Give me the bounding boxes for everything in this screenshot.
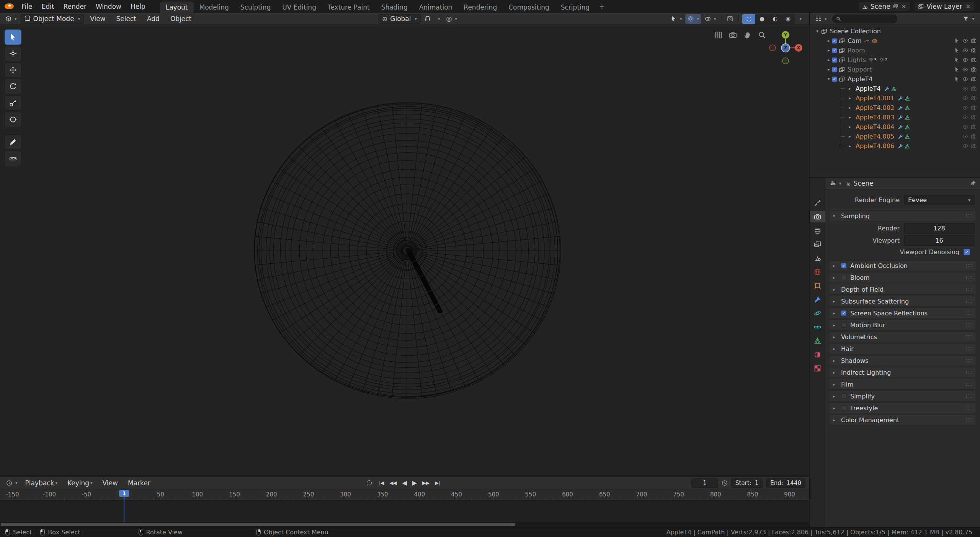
tool-rotate-button[interactable] xyxy=(5,79,21,94)
editor-type-dropdown[interactable] xyxy=(829,179,842,188)
drag-handle-icon[interactable] xyxy=(965,346,972,351)
timeline-scrollbar[interactable] xyxy=(0,522,809,527)
tool-measure-button[interactable] xyxy=(5,151,21,166)
section-checkbox[interactable] xyxy=(841,310,846,316)
current-frame-field[interactable]: 1 xyxy=(691,478,718,488)
tool-annotate-button[interactable] xyxy=(5,134,21,150)
shading-rendered-button[interactable]: ◉ xyxy=(781,14,794,24)
workspace-tab-scripting[interactable]: Scripting xyxy=(555,2,596,13)
overlays-toggle[interactable] xyxy=(702,14,719,24)
expand-icon[interactable]: ▸ xyxy=(847,86,853,91)
menu-add[interactable]: Add xyxy=(142,12,164,25)
expand-icon[interactable]: ▸ xyxy=(847,96,853,101)
expand-icon[interactable]: ▾ xyxy=(826,77,832,82)
expand-icon[interactable]: ▸ xyxy=(847,134,853,139)
drag-handle-icon[interactable] xyxy=(965,418,972,422)
outliner-row-applet4-004[interactable]: ▸AppleT4.004 xyxy=(810,122,980,132)
editor-type-dropdown[interactable] xyxy=(813,14,829,24)
expand-icon[interactable]: ▸ xyxy=(847,105,853,110)
new-scene-icon[interactable] xyxy=(893,4,898,9)
drag-handle-icon[interactable] xyxy=(965,263,972,268)
grid-ortho-icon[interactable] xyxy=(714,31,722,39)
unlink-scene-button[interactable]: × xyxy=(901,3,907,10)
expand-icon[interactable]: ▸ xyxy=(847,144,853,149)
end-frame-field[interactable]: End: 1440 xyxy=(766,478,805,488)
outliner-row-applet4-006[interactable]: ▸AppleT4.006 xyxy=(810,141,980,151)
next-keyframe-button[interactable]: ▶▶ xyxy=(420,479,431,486)
expand-icon[interactable]: ▾ xyxy=(814,29,820,34)
drag-handle-icon[interactable] xyxy=(965,370,972,375)
timeline-ruler[interactable]: -150-100-5050100150200250300350400450500… xyxy=(0,489,809,500)
menu-view[interactable]: View xyxy=(85,12,110,25)
zoom-icon[interactable] xyxy=(758,31,766,39)
tool-cursor-button[interactable] xyxy=(5,46,21,61)
remove-view-layer-button[interactable]: × xyxy=(965,3,971,10)
collection-checkbox[interactable] xyxy=(832,67,837,72)
tool-tweak-button[interactable] xyxy=(5,29,21,45)
menu-marker[interactable]: Marker xyxy=(123,477,155,490)
viewport-denoising-checkbox[interactable] xyxy=(964,249,970,255)
editor-type-dropdown[interactable] xyxy=(4,478,20,488)
properties-tab-scene[interactable] xyxy=(810,253,825,264)
panel-section-depth-of-field[interactable]: ▸Depth of Field xyxy=(829,284,976,295)
panel-section-volumetrics[interactable]: ▸Volumetrics xyxy=(829,331,976,342)
section-checkbox[interactable] xyxy=(841,322,846,328)
scene-selector[interactable]: Scene × xyxy=(858,2,910,11)
outliner-row-applet4-001[interactable]: ▸AppleT4.001 xyxy=(810,93,980,103)
panel-section-color-management[interactable]: ▸Color Management xyxy=(829,415,976,425)
drag-handle-icon[interactable] xyxy=(965,382,972,387)
drag-handle-icon[interactable] xyxy=(965,358,972,363)
add-workspace-button[interactable]: + xyxy=(595,3,608,10)
outliner-search[interactable] xyxy=(832,15,897,23)
section-checkbox[interactable] xyxy=(841,393,846,399)
expand-icon[interactable]: ▸ xyxy=(826,48,832,53)
play-button[interactable]: ▶ xyxy=(410,478,419,487)
render-engine-dropdown[interactable]: Eevee xyxy=(904,195,975,205)
outliner-row-applet4-003[interactable]: ▸AppleT4.003 xyxy=(810,113,980,122)
use-preview-range-icon[interactable] xyxy=(722,480,728,486)
proportional-editing-dropdown[interactable]: ◎ xyxy=(444,14,459,24)
drag-handle-icon[interactable] xyxy=(965,214,972,218)
menu-render[interactable]: Render xyxy=(59,0,91,13)
panel-section-subsurface-scattering[interactable]: ▸Subsurface Scattering xyxy=(829,296,976,307)
shading-material-button[interactable]: ◐ xyxy=(768,14,781,24)
expand-icon[interactable]: ▸ xyxy=(826,67,832,72)
properties-tab-render[interactable] xyxy=(810,211,825,222)
sampling-viewport-field[interactable]: 16 xyxy=(904,235,975,246)
panel-section-film[interactable]: ▸Film xyxy=(829,379,976,390)
section-checkbox[interactable] xyxy=(841,275,846,280)
panel-section-motion-blur[interactable]: ▸Motion Blur xyxy=(829,320,976,330)
navigation-gizmo[interactable]: Z Y X xyxy=(766,29,805,67)
axis-neg-y[interactable] xyxy=(782,58,789,64)
expand-icon[interactable]: ▸ xyxy=(826,38,832,43)
pin-icon[interactable] xyxy=(970,180,976,186)
timeline-tracks[interactable] xyxy=(0,500,809,522)
workspace-tab-modeling[interactable]: Modeling xyxy=(194,2,235,13)
panel-section-indirect-lighting[interactable]: ▸Indirect Lighting xyxy=(829,367,976,378)
pan-hand-icon[interactable] xyxy=(743,31,751,39)
collection-checkbox[interactable] xyxy=(832,77,837,82)
panel-section-bloom[interactable]: ▸Bloom xyxy=(829,272,976,283)
play-reverse-button[interactable]: ◀ xyxy=(400,478,408,487)
prev-keyframe-button[interactable]: ◀◀ xyxy=(387,479,399,486)
properties-tab-material[interactable] xyxy=(810,349,825,360)
scrollbar-handle[interactable] xyxy=(1,523,515,526)
expand-icon[interactable]: ▸ xyxy=(847,115,853,120)
expand-icon[interactable]: ▸ xyxy=(826,57,832,62)
drag-handle-icon[interactable] xyxy=(965,311,972,315)
panel-section-sampling[interactable]: ▾ Sampling xyxy=(829,211,976,221)
properties-tab-object-data[interactable] xyxy=(810,335,825,346)
drag-handle-icon[interactable] xyxy=(965,323,972,327)
drag-handle-icon[interactable] xyxy=(965,335,972,339)
outliner-row-applet4-005[interactable]: ▸AppleT4.005 xyxy=(810,132,980,141)
start-frame-field[interactable]: Start: 1 xyxy=(731,478,763,488)
menu-object[interactable]: Object xyxy=(166,12,196,25)
shading-solid-button[interactable]: ● xyxy=(755,14,768,24)
drag-handle-icon[interactable] xyxy=(965,275,972,280)
panel-section-simplify[interactable]: ▸Simplify xyxy=(829,391,976,402)
properties-tab-world[interactable] xyxy=(810,266,825,277)
jump-end-button[interactable]: ▶| xyxy=(433,479,442,486)
section-checkbox[interactable] xyxy=(841,405,846,411)
outliner-row-support[interactable]: ▸Support xyxy=(810,65,980,74)
workspace-tab-layout[interactable]: Layout xyxy=(160,2,194,13)
